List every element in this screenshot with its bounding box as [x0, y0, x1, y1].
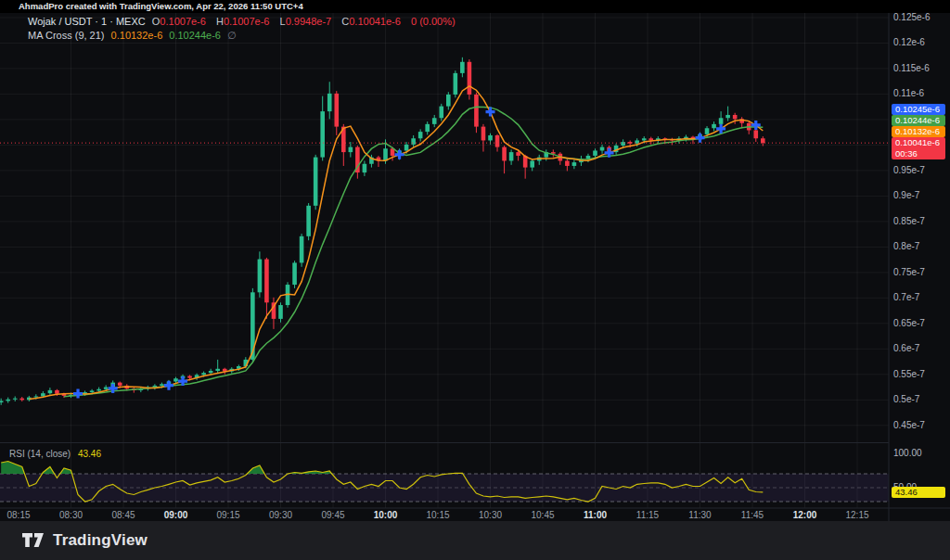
ohlc-open: O0.1007e-6 [152, 16, 210, 27]
price-axis-label: 0.7e-7 [893, 292, 919, 302]
price-axis-label: 0.5e-7 [893, 394, 919, 404]
ma-cross-null-icon[interactable]: ∅ [227, 30, 237, 41]
chart-canvas[interactable] [0, 0, 950, 560]
price-axis-label: 0.65e-7 [893, 318, 925, 328]
tradingview-wordmark[interactable]: TradingView [53, 531, 148, 550]
ohlc-low: L0.9948e-7 [280, 16, 336, 27]
time-axis-label: 10:00 [367, 510, 404, 520]
time-axis-label: 10:15 [419, 510, 456, 520]
grid [0, 13, 889, 508]
price-axis-label: 0.8e-7 [893, 241, 919, 251]
tradingview-snapshot: AhmadPro created with TradingView.com, A… [0, 0, 950, 560]
time-axis[interactable]: 08:1508:3008:4509:0009:1509:3009:4510:00… [0, 508, 889, 521]
tradingview-logo[interactable] [22, 533, 45, 548]
price-axis-label: 0.85e-7 [893, 216, 925, 226]
price-axis-label: 0.55e-7 [893, 369, 925, 379]
ma-cross-markers [73, 108, 761, 399]
rsi-value: 43.46 [78, 449, 101, 459]
rsi-axis-label: 100.00 [893, 448, 922, 458]
time-axis-label: 11:30 [682, 510, 719, 520]
time-axis-label: 08:15 [0, 510, 37, 520]
indicator-price-tag: 0.10245e-6 [892, 104, 945, 115]
time-axis-label: 10:45 [524, 510, 561, 520]
price-axis-label: 0.12e-6 [893, 37, 925, 47]
time-axis-label: 10:30 [472, 510, 509, 520]
indicator-price-tag: 0.10244e-6 [892, 115, 945, 126]
rsi-value-tag: 43.46 [892, 487, 945, 498]
ma-fast-value: 0.10132e-6 [111, 30, 163, 41]
price-axis[interactable]: 0.125e-60.12e-60.115e-60.11e-60.95e-70.9… [889, 13, 950, 521]
symbol-title[interactable]: Wojak / USDT · 1 · MEXC [28, 16, 146, 27]
symbol-legend: Wojak / USDT · 1 · MEXC O0.1007e-6 H0.10… [28, 16, 459, 27]
ma-cross-legend: MA Cross (9, 21) 0.10132e-6 0.10244e-6 ∅ [28, 30, 240, 42]
time-axis-label: 11:15 [629, 510, 666, 520]
ma-cross-title[interactable]: MA Cross (9, 21) [28, 30, 105, 41]
ohlc-close: C0.10041e-6 [341, 16, 404, 27]
time-axis-label: 11:00 [577, 510, 614, 520]
time-axis-label: 09:00 [158, 510, 195, 520]
time-axis-label: 12:00 [787, 510, 824, 520]
price-axis-label: 0.125e-6 [893, 12, 930, 22]
bar-countdown: 00:36 [895, 148, 945, 159]
footer-bar: TradingView [0, 521, 950, 560]
time-axis-label: 12:15 [839, 510, 876, 520]
price-axis-label: 0.45e-7 [893, 420, 925, 430]
time-axis-label: 11:45 [734, 510, 771, 520]
last-price-tag: 0.10041e-600:36 [892, 137, 945, 159]
indicator-price-tag: 0.10132e-6 [892, 126, 945, 137]
ma-fast-line [29, 86, 763, 400]
ma-slow-line [64, 107, 763, 396]
change-value: 0 (0.00%) [411, 16, 456, 27]
time-axis-label: 08:45 [105, 510, 142, 520]
ohlc-high: H0.1007e-6 [216, 16, 274, 27]
price-axis-label: 0.115e-6 [893, 63, 930, 73]
candles [0, 57, 765, 405]
price-axis-label: 0.95e-7 [893, 165, 925, 175]
time-axis-label: 09:45 [315, 510, 352, 520]
price-axis-label: 0.9e-7 [893, 190, 919, 200]
price-axis-label: 0.6e-7 [893, 343, 919, 353]
rsi-title[interactable]: RSI (14, close) [9, 449, 71, 459]
time-axis-label: 09:30 [263, 510, 300, 520]
time-axis-label: 09:15 [210, 510, 247, 520]
time-axis-label: 08:30 [53, 510, 90, 520]
price-axis-label: 0.75e-7 [893, 267, 925, 277]
price-axis-label: 0.11e-6 [893, 88, 924, 98]
ma-slow-value: 0.10244e-6 [169, 30, 221, 41]
rsi-legend: RSI (14, close) 43.46 [9, 449, 101, 459]
